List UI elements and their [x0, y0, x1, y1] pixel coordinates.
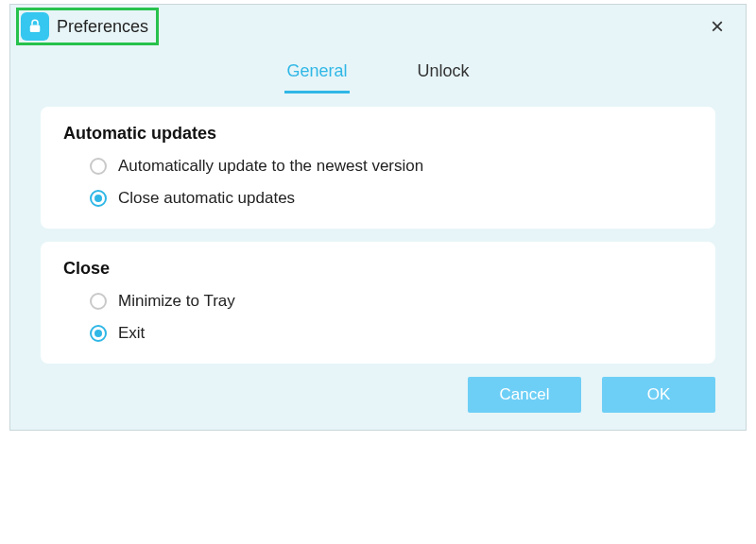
radio-label: Close automatic updates — [118, 189, 295, 208]
radio-close-updates[interactable]: Close automatic updates — [90, 189, 693, 208]
section-heading-updates: Automatic updates — [63, 124, 693, 144]
ok-button[interactable]: OK — [602, 377, 715, 413]
radio-label: Exit — [118, 324, 145, 343]
radio-icon — [90, 158, 107, 175]
panel-automatic-updates: Automatic updates Automatically update t… — [41, 107, 715, 229]
radio-icon — [90, 293, 107, 310]
button-bar: Cancel OK — [468, 377, 715, 413]
close-button[interactable]: × — [700, 9, 734, 43]
radio-exit[interactable]: Exit — [90, 324, 693, 343]
cancel-button[interactable]: Cancel — [468, 377, 581, 413]
tab-general[interactable]: General — [284, 56, 349, 94]
radio-minimize-tray[interactable]: Minimize to Tray — [90, 292, 693, 311]
panel-close: Close Minimize to Tray Exit — [41, 242, 715, 364]
radio-icon — [90, 325, 107, 342]
radio-icon — [90, 190, 107, 207]
tab-unlock[interactable]: Unlock — [416, 56, 472, 94]
preferences-dialog: Preferences × General Unlock Automatic u… — [9, 4, 747, 431]
window-title: Preferences — [57, 17, 148, 37]
tab-bar: General Unlock — [10, 56, 746, 94]
radio-label: Minimize to Tray — [118, 292, 235, 311]
radio-auto-update[interactable]: Automatically update to the newest versi… — [90, 157, 693, 176]
titlebar: Preferences × — [10, 5, 746, 48]
section-heading-close: Close — [63, 259, 693, 279]
lock-icon — [21, 12, 49, 41]
close-icon: × — [711, 13, 724, 40]
title-group-highlighted: Preferences — [16, 8, 159, 45]
svg-rect-0 — [30, 26, 41, 33]
radio-label: Automatically update to the newest versi… — [118, 157, 423, 176]
